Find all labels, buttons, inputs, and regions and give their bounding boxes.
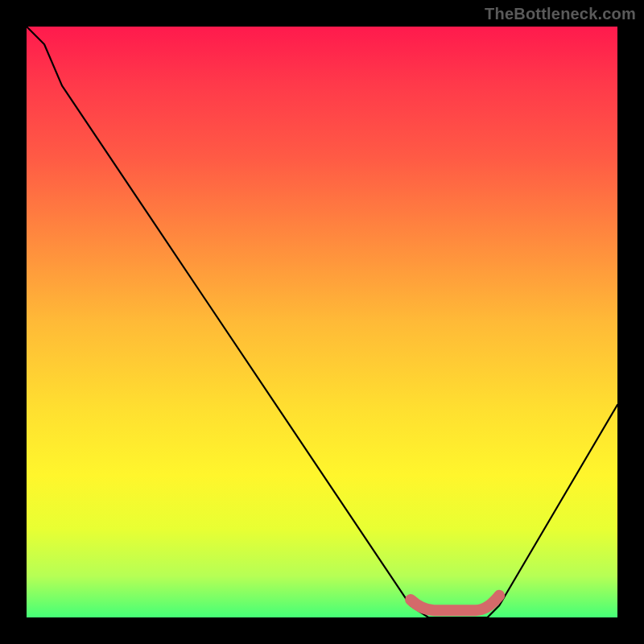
chart-frame: TheBottleneck.com [0,0,644,644]
watermark-text: TheBottleneck.com [485,5,636,23]
chart-gradient-area [27,27,617,617]
